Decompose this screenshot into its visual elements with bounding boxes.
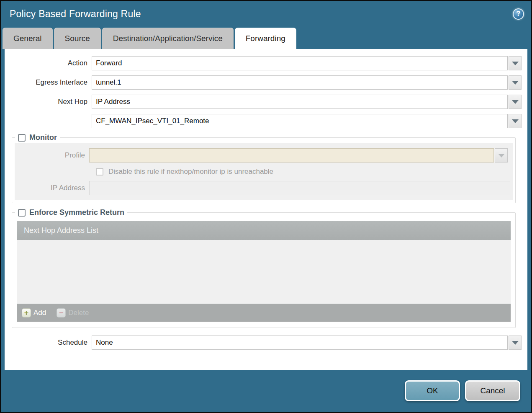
symmetric-return-legend: Enforce Symmetric Return xyxy=(15,208,127,217)
help-icon[interactable]: ? xyxy=(513,8,524,20)
egress-interface-dropdown-button[interactable] xyxy=(509,75,522,90)
symmetric-return-legend-label: Enforce Symmetric Return xyxy=(29,208,124,217)
next-hop-row: Next Hop xyxy=(5,95,522,109)
next-hop-label: Next Hop xyxy=(5,98,92,106)
next-hop-type-dropdown-button[interactable] xyxy=(509,95,522,109)
egress-interface-row: Egress Interface xyxy=(5,75,522,90)
chevron-down-icon xyxy=(512,119,519,123)
tab-source[interactable]: Source xyxy=(54,28,101,49)
monitor-ip-address-input xyxy=(89,181,510,195)
add-button[interactable]: + Add xyxy=(22,309,46,317)
policy-based-forwarding-dialog: Policy Based Forwarding Rule ? General S… xyxy=(1,1,531,412)
tab-general[interactable]: General xyxy=(3,28,53,49)
action-input[interactable] xyxy=(92,56,508,70)
symmetric-return-fieldset: Enforce Symmetric Return Next Hop Addres… xyxy=(12,208,516,328)
disable-rule-row: Disable this rule if nexthop/monitor ip … xyxy=(96,168,513,176)
add-button-label: Add xyxy=(33,309,46,317)
delete-button: − Delete xyxy=(57,309,89,317)
symmetric-return-checkbox[interactable] xyxy=(18,209,26,217)
profile-label: Profile xyxy=(15,151,89,160)
schedule-dropdown-button[interactable] xyxy=(509,336,522,350)
minus-icon: − xyxy=(57,309,65,317)
schedule-label: Schedule xyxy=(5,338,92,347)
delete-button-label: Delete xyxy=(68,309,89,317)
monitor-checkbox[interactable] xyxy=(18,134,26,142)
monitor-ip-address-label: IP Address xyxy=(15,184,89,192)
next-hop-address-input[interactable] xyxy=(92,114,508,128)
table-body-empty[interactable] xyxy=(17,240,511,304)
table-footer: + Add − Delete xyxy=(17,304,511,322)
next-hop-type-input[interactable] xyxy=(92,95,508,109)
ok-button[interactable]: OK xyxy=(405,380,460,401)
action-dropdown-button[interactable] xyxy=(509,56,522,70)
profile-input xyxy=(89,148,494,163)
egress-interface-input[interactable] xyxy=(92,75,508,90)
table-column-header: Next Hop Address List xyxy=(17,221,511,240)
chevron-down-icon xyxy=(498,154,505,157)
tab-bar: General Source Destination/Application/S… xyxy=(1,26,531,49)
profile-row: Profile xyxy=(15,148,513,163)
monitor-legend: Monitor xyxy=(15,133,60,142)
monitor-fieldset: Monitor Profile Disable this rule if nex… xyxy=(12,133,516,203)
next-hop-address-list-table: Next Hop Address List + Add − Delete xyxy=(17,221,511,322)
dialog-footer: OK Cancel xyxy=(1,370,531,412)
egress-interface-label: Egress Interface xyxy=(5,78,92,87)
plus-icon: + xyxy=(22,309,31,317)
action-row: Action xyxy=(5,56,522,70)
chevron-down-icon xyxy=(512,341,519,345)
monitor-legend-label: Monitor xyxy=(29,133,57,142)
schedule-row: Schedule xyxy=(5,336,522,350)
dialog-title: Policy Based Forwarding Rule xyxy=(10,8,141,20)
monitor-panel: Profile Disable this rule if nexthop/mon… xyxy=(15,143,513,200)
disable-rule-checkbox xyxy=(96,168,103,176)
monitor-ip-address-row: IP Address xyxy=(15,181,513,195)
chevron-down-icon xyxy=(512,81,519,85)
action-label: Action xyxy=(5,59,92,67)
cancel-button[interactable]: Cancel xyxy=(465,380,520,401)
next-hop-address-row xyxy=(5,114,522,128)
schedule-input[interactable] xyxy=(92,336,508,350)
next-hop-address-dropdown-button[interactable] xyxy=(509,114,522,128)
forwarding-tab-panel: Action Egress Interface Next Hop xyxy=(5,49,527,370)
dialog-titlebar: Policy Based Forwarding Rule ? xyxy=(1,1,531,26)
tab-forwarding[interactable]: Forwarding xyxy=(235,28,296,49)
tab-destination-application-service[interactable]: Destination/Application/Service xyxy=(102,28,234,49)
chevron-down-icon xyxy=(512,100,519,104)
profile-dropdown-button xyxy=(495,148,508,163)
chevron-down-icon xyxy=(512,62,519,65)
disable-rule-label: Disable this rule if nexthop/monitor ip … xyxy=(108,168,273,176)
